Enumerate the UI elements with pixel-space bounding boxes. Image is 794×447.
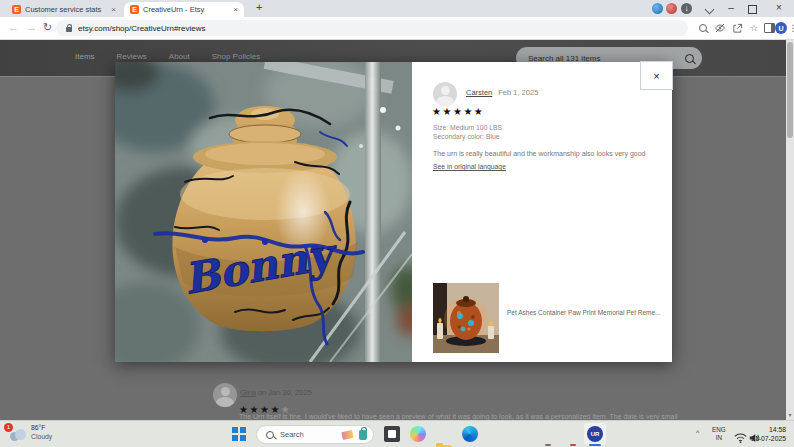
menu-kebab-icon[interactable]: ⋮ xyxy=(786,21,794,35)
review-text: The urn is really beautiful and the work… xyxy=(433,149,669,158)
etsy-favicon: E xyxy=(130,5,139,14)
tray-time: 14:58 xyxy=(751,426,786,435)
review-date: Feb 1, 2025 xyxy=(498,88,538,97)
see-original-language-link[interactable]: See in original language xyxy=(433,163,506,170)
window-maximize-button[interactable] xyxy=(748,5,757,14)
bookmark-star-icon[interactable]: ☆ xyxy=(747,21,761,35)
browser-toolbar: ← → ↻ etsy.com/shop/CreativeUrn#reviews … xyxy=(0,17,794,40)
product-thumbnail[interactable] xyxy=(433,283,499,353)
download-extension-icon[interactable]: ↓ xyxy=(681,3,692,14)
shop-nav: Items Reviews About Shop Policies xyxy=(75,52,260,61)
window-close-button[interactable]: × xyxy=(772,1,786,15)
address-bar[interactable]: etsy.com/shop/CreativeUrn#reviews xyxy=(56,20,688,36)
page-scrollbar[interactable]: ▾ xyxy=(786,40,794,420)
scrollbar-down-icon[interactable]: ▾ xyxy=(786,411,794,418)
weather-temp: 86°F xyxy=(31,424,52,433)
lock-icon xyxy=(66,27,72,32)
taskbar-search[interactable]: Search xyxy=(256,425,374,444)
modal-close-button[interactable]: × xyxy=(640,61,673,90)
scrollbar-thumb[interactable] xyxy=(787,42,793,138)
running-indicator xyxy=(545,444,551,446)
forward-icon[interactable]: → xyxy=(26,21,37,33)
active-running-indicator xyxy=(589,444,601,446)
desktop-screen: E Customer service stats × E CreativeUrn… xyxy=(0,0,794,447)
reviewer-avatar xyxy=(213,383,237,407)
language-indicator[interactable]: ENG IN xyxy=(712,426,726,442)
reload-icon[interactable]: ↻ xyxy=(43,21,52,34)
tab-customer-service-stats[interactable]: E Customer service stats × xyxy=(6,2,122,17)
review-size-line: Size: Medium 100 LBS xyxy=(433,124,502,131)
nav-about[interactable]: About xyxy=(169,52,190,61)
browser-tab-strip: E Customer service stats × E CreativeUrn… xyxy=(0,0,794,17)
reviewer-link[interactable]: Carsten xyxy=(466,88,492,97)
search-icon xyxy=(685,54,694,63)
review-photo[interactable]: Bonny xyxy=(115,62,412,362)
copilot-icon[interactable] xyxy=(410,426,426,442)
cloud-icon: 1 xyxy=(8,429,26,441)
new-tab-button[interactable]: + xyxy=(256,1,262,13)
taskbar-search-placeholder: Search xyxy=(280,430,336,439)
reviewer-avatar xyxy=(433,82,457,106)
etsy-favicon: E xyxy=(12,5,21,14)
tab-close-icon[interactable]: × xyxy=(233,5,238,14)
weather-widget[interactable]: 1 86°F Cloudy xyxy=(8,424,52,442)
review-text: The Urn itself is fine. I would've liked… xyxy=(239,413,784,420)
nav-reviews[interactable]: Reviews xyxy=(117,52,147,61)
share-icon[interactable] xyxy=(730,21,744,35)
reviewer-name-line: CarstenFeb 1, 2025 xyxy=(466,88,538,97)
window-minimize-button[interactable]: – xyxy=(724,1,738,15)
start-button[interactable] xyxy=(232,427,246,441)
nav-shop-policies[interactable]: Shop Policies xyxy=(212,52,260,61)
urban-browser-icon[interactable]: UR xyxy=(587,426,603,442)
search-highlight-ticket-icon xyxy=(341,429,353,439)
weather-condition: Cloudy xyxy=(31,433,52,442)
eye-blocked-icon[interactable] xyxy=(713,21,727,35)
reviewer-name-line: Gina on Jan 30, 2025 xyxy=(240,388,312,397)
running-indicator xyxy=(570,444,576,446)
tray-chevron-up-icon[interactable]: ^ xyxy=(696,429,699,436)
search-highlight-bag-icon xyxy=(359,430,367,440)
tray-date: 21-07-2025 xyxy=(751,435,786,444)
tab-creativeurn-etsy[interactable]: E CreativeUrn - Etsy × xyxy=(124,2,244,17)
zoom-icon[interactable] xyxy=(696,21,710,35)
notification-badge: 1 xyxy=(4,423,13,432)
review-photo-modal: Bonny × CarstenFeb 1, 2025 ★★★★★ Size: M… xyxy=(115,62,672,362)
back-icon[interactable]: ← xyxy=(8,21,19,33)
search-icon xyxy=(266,431,274,439)
clock-widget[interactable]: 14:58 21-07-2025 xyxy=(751,426,786,444)
review-stars: ★★★★★ xyxy=(432,106,484,117)
tab-close-icon[interactable]: × xyxy=(111,5,116,14)
review-detail-panel: × CarstenFeb 1, 2025 ★★★★★ Size: Medium … xyxy=(412,62,672,362)
nav-items[interactable]: Items xyxy=(75,52,95,61)
product-title-link[interactable]: Pet Ashes Container Paw Print Memorial P… xyxy=(507,309,663,316)
extension-red-icon[interactable] xyxy=(666,3,677,14)
chevron-down-icon[interactable] xyxy=(705,5,715,15)
reviewer-link[interactable]: Gina xyxy=(240,388,256,397)
url-text: etsy.com/shop/CreativeUrn#reviews xyxy=(78,24,205,33)
edge-icon[interactable] xyxy=(462,426,478,442)
review-color-line: Secondary color: Blue xyxy=(433,133,500,140)
tab-label: CreativeUrn - Etsy xyxy=(143,5,229,14)
wifi-icon[interactable] xyxy=(734,429,747,447)
extension-globe-icon[interactable] xyxy=(652,3,663,14)
tab-label: Customer service stats xyxy=(25,5,107,14)
task-view-icon[interactable] xyxy=(384,426,400,442)
windows-taskbar: 1 86°F Cloudy Search UR ^ ENG xyxy=(0,420,794,447)
